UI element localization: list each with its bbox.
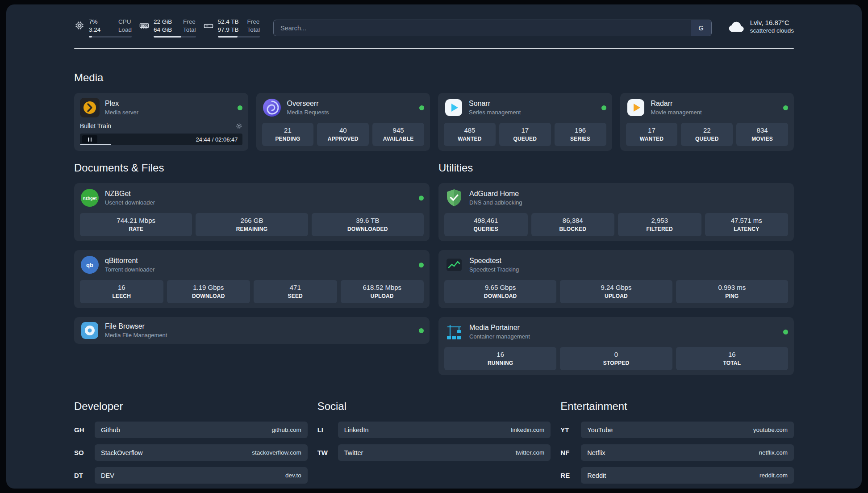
app-subtitle: Usenet downloader [105, 199, 155, 206]
sonarr-icon [444, 98, 463, 117]
stat-tile-queued: 17 QUEUED [499, 123, 551, 146]
bookmark-abbr: TW [317, 449, 338, 456]
stat-tile-remaining: 266 GB REMAINING [196, 213, 308, 236]
bookmark-row-twitter: TW Twitter twitter.com [317, 444, 551, 461]
app-card-qbittorrent[interactable]: qb qBittorrent Torrent downloader 16 LEE… [74, 250, 430, 308]
memory-total-label: Total [183, 26, 196, 34]
app-subtitle: Speedtest Tracking [469, 266, 519, 273]
playback-progress-bar[interactable] [80, 144, 242, 145]
bookmark-abbr: GH [74, 426, 95, 434]
stat-tile-queued: 22 QUEUED [681, 123, 733, 146]
app-card-filebrowser[interactable]: File Browser Media File Management [74, 317, 430, 344]
stat-tile-upload: 9.24 Gbps UPLOAD [560, 280, 672, 303]
section-title-entertainment: Entertainment [560, 400, 794, 413]
topbar: 7% 3.24 CPU Load [74, 18, 794, 38]
cpu-load-label: Load [118, 26, 132, 34]
adguard-icon [444, 188, 464, 208]
status-dot [238, 105, 242, 110]
stat-tile-rate: 744.21 Mbps RATE [80, 213, 192, 236]
app-name: Speedtest [469, 257, 519, 265]
storage-total-value: 97.9 TB [218, 26, 241, 34]
app-subtitle: Container management [469, 333, 530, 340]
app-card-sonarr[interactable]: Sonarr Series management 485 WANTED 17 Q… [438, 93, 612, 151]
app-card-nzbget[interactable]: nzbget NZBGet Usenet downloader 744.21 M… [74, 183, 430, 241]
app-card-speedtest[interactable]: Speedtest Speedtest Tracking 9.65 Gbps D… [438, 250, 794, 308]
filebrowser-icon [80, 321, 100, 340]
stat-tile-series: 196 SERIES [555, 123, 606, 146]
stat-tile-leech: 16 LEECH [80, 280, 163, 303]
app-name: NZBGet [105, 190, 155, 198]
app-subtitle: Media server [105, 109, 138, 116]
section-title-developer: Developer [74, 400, 308, 413]
section-title-documents: Documents & Files [74, 162, 430, 174]
search-input[interactable] [274, 20, 691, 36]
bookmark-row-reddit: RE Reddit reddit.com [560, 467, 794, 484]
bookmark-link-linkedin[interactable]: LinkedIn linkedin.com [338, 422, 551, 438]
section-title-utilities: Utilities [438, 162, 794, 174]
memory-free-label: Free [183, 18, 196, 26]
cpu-usage-value: 7% [89, 18, 112, 26]
bookmark-link-twitter[interactable]: Twitter twitter.com [338, 444, 551, 461]
bookmark-link-youtube[interactable]: YouTube youtube.com [581, 422, 794, 438]
stat-tile-available: 945 AVAILABLE [372, 123, 424, 146]
app-card-portainer[interactable]: Media Portainer Container management 16 … [438, 317, 794, 375]
qbittorrent-icon: qb [80, 255, 100, 275]
status-dot [419, 263, 424, 267]
stat-tile-pending: 21 PENDING [262, 123, 314, 146]
speedtest-icon [444, 255, 464, 275]
bookmark-abbr: SO [74, 449, 95, 456]
bookmark-link-github[interactable]: Github github.com [95, 422, 308, 438]
storage-free-value: 52.4 TB [218, 18, 241, 26]
bookmark-abbr: DT [74, 472, 95, 479]
pause-button[interactable] [82, 135, 97, 143]
stat-tile-downloaded: 39.6 TB DOWNLOADED [312, 213, 424, 236]
utilities-column: Utilities AdGuard Home [438, 162, 794, 375]
bookmark-row-linkedin: LI LinkedIn linkedin.com [317, 422, 551, 438]
stat-tile-approved: 40 APPROVED [317, 123, 369, 146]
cpu-widget: 7% 3.24 CPU Load [74, 18, 132, 38]
bookmark-row-github: GH Github github.com [74, 422, 308, 438]
overseerr-icon [262, 98, 282, 117]
app-name: Media Portainer [469, 324, 530, 332]
bookmarks-area: Developer GH Github github.com SO StackO… [74, 400, 794, 489]
bookmark-group-developer: Developer GH Github github.com SO StackO… [74, 400, 308, 489]
bookmark-abbr: LI [317, 426, 338, 434]
storage-free-label: Free [247, 18, 260, 26]
app-card-plex[interactable]: Plex Media server Bullet Train [74, 93, 248, 151]
stat-tile-movies: 834 MOVIES [736, 123, 788, 146]
dashboard-panel: 7% 3.24 CPU Load [6, 4, 862, 489]
media-grid: Plex Media server Bullet Train [74, 93, 794, 151]
cpu-label: CPU [118, 18, 132, 26]
bookmark-link-stackoverflow[interactable]: StackOverflow stackoverflow.com [95, 444, 308, 461]
bookmark-link-dev[interactable]: DEV dev.to [95, 467, 308, 484]
memory-icon [139, 18, 150, 31]
svg-text:nzbget: nzbget [83, 196, 97, 201]
bookmark-abbr: YT [560, 426, 581, 434]
storage-widget: 52.4 TB 97.9 TB Free Total [203, 18, 260, 38]
app-card-overseerr[interactable]: Overseerr Media Requests 21 PENDING 40 A… [256, 93, 430, 151]
app-name: Sonarr [469, 100, 521, 108]
section-title-social: Social [317, 400, 551, 413]
app-subtitle: Media Requests [287, 109, 329, 116]
nzbget-icon: nzbget [80, 188, 100, 208]
app-card-radarr[interactable]: Radarr Movie management 17 WANTED 22 QUE… [620, 93, 794, 151]
bookmark-link-reddit[interactable]: Reddit reddit.com [581, 467, 794, 484]
search-engine-button[interactable]: G [691, 20, 711, 36]
memory-widget: 22 GiB 64 GiB Free Total [139, 18, 196, 38]
app-subtitle: Series management [469, 109, 521, 116]
cloud-icon [728, 20, 745, 33]
stat-tile-wanted: 485 WANTED [444, 123, 496, 146]
gear-icon[interactable] [236, 123, 242, 130]
weather-widget: Lviv, 16.87°C scattered clouds [728, 19, 794, 34]
topbar-divider [74, 48, 794, 49]
stat-tile-queries: 498,461 QUERIES [444, 213, 528, 236]
plex-player-bar: 24:44 / 02:06:47 [80, 134, 242, 145]
cpu-progress-bar [89, 36, 132, 38]
app-name: Overseerr [287, 100, 329, 108]
status-dot [783, 330, 788, 334]
app-card-adguard[interactable]: AdGuard Home DNS and adblocking 498,461 … [438, 183, 794, 241]
app-subtitle: Media File Management [105, 332, 167, 338]
bookmark-link-netflix[interactable]: Netflix netflix.com [581, 444, 794, 461]
stat-tile-download: 1.19 Gbps DOWNLOAD [167, 280, 250, 303]
app-name: Radarr [651, 100, 702, 108]
